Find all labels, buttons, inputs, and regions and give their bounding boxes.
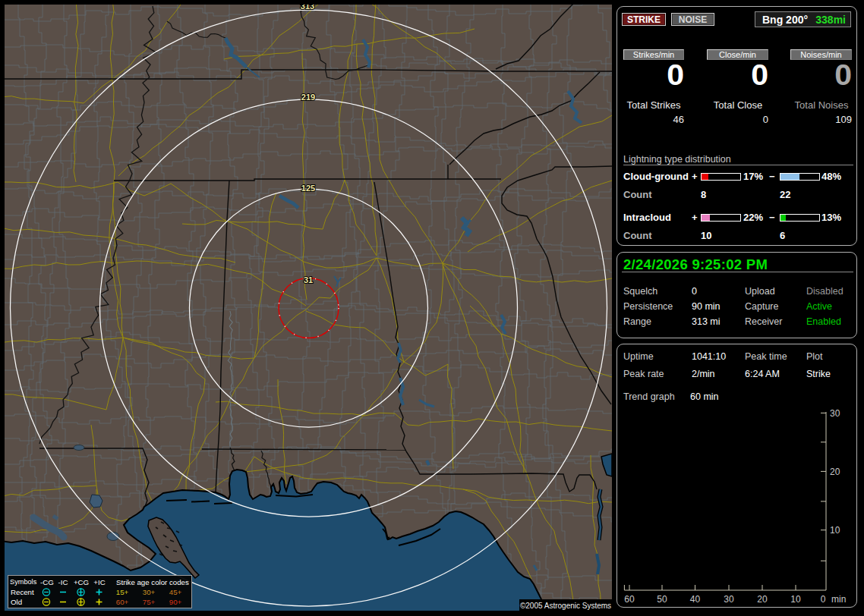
svg-text:0: 0 bbox=[821, 594, 826, 605]
svg-text:30: 30 bbox=[830, 408, 840, 419]
svg-text:60: 60 bbox=[624, 594, 635, 605]
svg-text:10: 10 bbox=[830, 525, 840, 536]
svg-text:31: 31 bbox=[304, 275, 313, 284]
svg-text:40: 40 bbox=[690, 594, 701, 605]
svg-text:219: 219 bbox=[301, 93, 315, 102]
svg-text:10: 10 bbox=[790, 594, 801, 605]
svg-text:125: 125 bbox=[301, 184, 315, 193]
svg-text:20: 20 bbox=[757, 594, 768, 605]
svg-text:20: 20 bbox=[830, 467, 840, 477]
svg-text:30: 30 bbox=[724, 594, 734, 605]
svg-text:50: 50 bbox=[657, 594, 667, 605]
svg-text:min: min bbox=[831, 594, 846, 605]
